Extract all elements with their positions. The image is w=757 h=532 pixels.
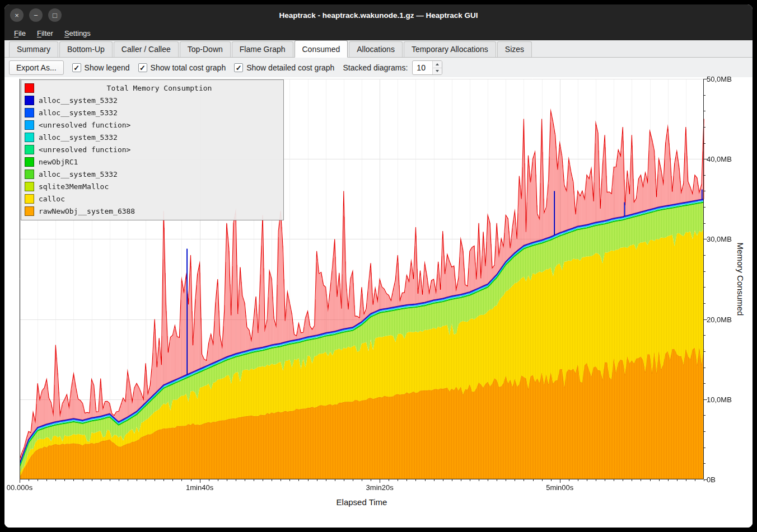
y-tick-label: 20,0MB xyxy=(707,315,732,323)
spin-up-button[interactable] xyxy=(433,61,442,68)
check-mark-icon: ✓ xyxy=(139,64,146,72)
check-mark-icon: ✓ xyxy=(236,64,242,72)
x-axis-title: Elapsed Time xyxy=(337,497,387,507)
tab-flame-graph[interactable]: Flame Graph xyxy=(232,41,293,57)
legend-item: rawNewObj__system_6388 xyxy=(25,205,280,217)
legend-item: alloc__system_5332 xyxy=(25,106,280,119)
legend-item-label: alloc__system_5332 xyxy=(39,96,118,105)
legend-color-swatch xyxy=(25,145,34,154)
legend-item-label: sqlite3MemMalloc xyxy=(39,182,109,191)
legend-item: <unresolved function> xyxy=(25,119,280,131)
x-tick-label: 5min00s xyxy=(546,483,573,492)
legend-color-swatch xyxy=(25,157,34,167)
menubar: FileFilterSettings xyxy=(4,26,753,40)
legend-color-swatch xyxy=(25,194,34,204)
x-tick-label: 00.000s xyxy=(7,483,32,492)
menu-filter[interactable]: Filter xyxy=(32,27,58,39)
legend-item-label: calloc xyxy=(39,195,65,203)
checkbox-show-legend[interactable]: ✓Show legend xyxy=(72,63,130,72)
x-tick-label: 1min40s xyxy=(186,483,213,492)
legend-item: alloc__system_5332 xyxy=(25,131,280,143)
close-icon: × xyxy=(15,12,19,19)
legend-item-label: newObjRC1 xyxy=(39,158,78,166)
maximize-icon: □ xyxy=(53,12,57,19)
menu-settings[interactable]: Settings xyxy=(59,27,96,39)
tab-summary[interactable]: Summary xyxy=(9,41,58,57)
minimize-button[interactable]: − xyxy=(29,8,43,22)
window-title: Heaptrack - heaptrack.wakunode.1.gz — He… xyxy=(4,4,753,26)
y-tick-label: 0B xyxy=(707,475,716,484)
stacked-diagrams-label: Stacked diagrams: xyxy=(343,63,408,72)
checkbox-box-icon: ✓ xyxy=(138,63,147,72)
minimize-icon: − xyxy=(34,12,38,19)
checkbox-show-total-cost-graph[interactable]: ✓Show total cost graph xyxy=(138,63,226,72)
legend-color-swatch xyxy=(25,120,34,130)
check-mark-icon: ✓ xyxy=(73,64,80,72)
tab-allocations[interactable]: Allocations xyxy=(349,41,403,57)
toolbar-checkboxes: ✓Show legend✓Show total cost graph✓Show … xyxy=(72,63,335,72)
legend-title-row: Total Memory Consumption xyxy=(25,82,280,94)
y-tick-label: 10,0MB xyxy=(707,395,732,403)
legend-color-swatch xyxy=(25,83,34,93)
legend-color-swatch xyxy=(25,206,34,216)
heaptrack-window: × − □ Heaptrack - heaptrack.wakunode.1.g… xyxy=(4,4,753,528)
legend-color-swatch xyxy=(25,108,34,117)
legend-item: calloc xyxy=(25,192,280,205)
menu-file[interactable]: File xyxy=(9,27,31,39)
spin-down-button[interactable] xyxy=(433,68,442,75)
legend-item: alloc__system_5332 xyxy=(25,94,280,106)
legend-item-label: alloc__system_5332 xyxy=(39,133,118,142)
y-tick-label: 30,0MB xyxy=(707,235,732,243)
legend-color-swatch xyxy=(25,182,34,191)
tab-bottom-up[interactable]: Bottom-Up xyxy=(59,41,113,57)
maximize-button[interactable]: □ xyxy=(48,8,62,22)
x-tick-label: 3min20s xyxy=(366,483,394,492)
toolbar: Export As... ✓Show legend✓Show total cos… xyxy=(4,58,753,78)
tab-caller-callee[interactable]: Caller / Callee xyxy=(114,41,179,57)
legend-color-swatch xyxy=(25,170,34,179)
y-axis-title: Memory Consumed xyxy=(736,243,745,316)
tab-consumed[interactable]: Consumed xyxy=(295,40,348,58)
checkbox-show-detailed-cost-graph[interactable]: ✓Show detailed cost graph xyxy=(234,63,334,72)
legend-color-swatch xyxy=(25,96,34,105)
y-tick-label: 40,0MB xyxy=(707,155,732,163)
tab-sizes[interactable]: Sizes xyxy=(497,41,532,57)
legend-item-label: alloc__system_5332 xyxy=(39,109,118,117)
legend-item: newObjRC1 xyxy=(25,156,280,168)
spinbox-value: 10 xyxy=(413,61,432,74)
tab-top-down[interactable]: Top-Down xyxy=(180,41,231,57)
tab-temporary-allocations[interactable]: Temporary Allocations xyxy=(404,41,496,57)
legend-color-swatch xyxy=(25,133,34,142)
legend-item-label: <unresolved function> xyxy=(39,121,130,129)
legend-title: Total Memory Consumption xyxy=(39,84,280,92)
legend-item-label: <unresolved function> xyxy=(39,145,130,154)
legend-item-label: rawNewObj__system_6388 xyxy=(39,207,135,215)
checkbox-box-icon: ✓ xyxy=(72,63,81,72)
legend-item: <unresolved function> xyxy=(25,143,280,156)
titlebar[interactable]: × − □ Heaptrack - heaptrack.wakunode.1.g… xyxy=(4,4,753,26)
stacked-diagrams-spinbox[interactable]: 10 xyxy=(412,60,442,75)
main-area: SummaryBottom-UpCaller / CalleeTop-DownF… xyxy=(4,40,753,528)
spin-down-icon xyxy=(436,70,439,72)
spin-up-icon xyxy=(436,63,439,65)
checkbox-box-icon: ✓ xyxy=(234,63,243,72)
legend-item-label: alloc__system_5332 xyxy=(39,170,118,178)
y-tick-label: 50,0MB xyxy=(707,75,732,83)
chart-legend: Total Memory Consumptionalloc__system_53… xyxy=(21,79,284,220)
legend-item: alloc__system_5332 xyxy=(25,168,280,180)
tab-bar: SummaryBottom-UpCaller / CalleeTop-DownF… xyxy=(4,40,753,58)
export-as-button[interactable]: Export As... xyxy=(9,60,64,75)
close-button[interactable]: × xyxy=(10,8,24,22)
chart-region: Total Memory Consumptionalloc__system_53… xyxy=(4,77,753,528)
spinbox-buttons xyxy=(432,61,442,74)
legend-item: sqlite3MemMalloc xyxy=(25,180,280,192)
window-buttons: × − □ xyxy=(10,8,62,22)
